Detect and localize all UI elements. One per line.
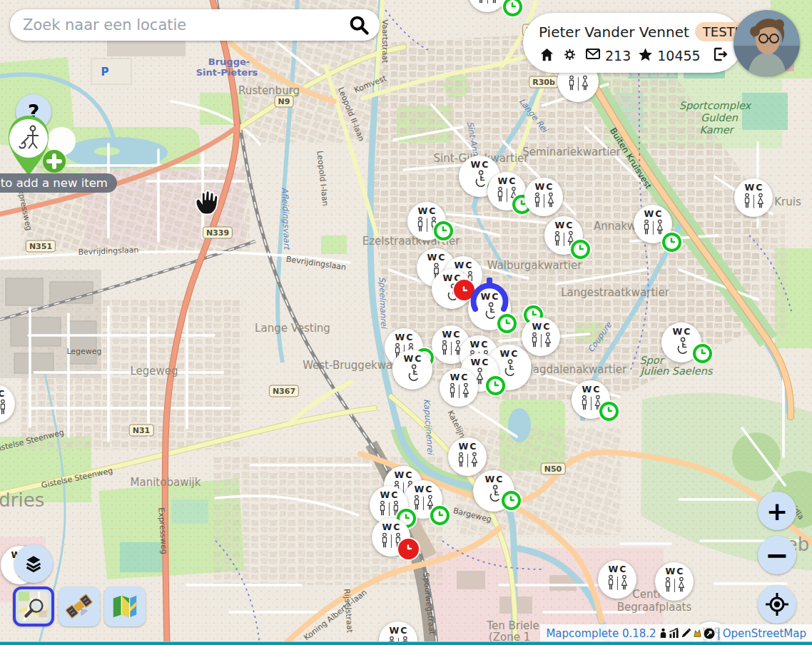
settings-gear-icon[interactable] — [562, 46, 578, 66]
statistics-icon — [669, 628, 680, 639]
toilet-map-pin[interactable]: WC — [468, 0, 507, 12]
layers-icon — [21, 552, 46, 576]
mapcomplete-app: N9N339N351N367N31N376R30bN50Brugge-Sint-… — [0, 0, 812, 645]
osm-map-icon — [19, 591, 49, 621]
user-name[interactable]: Pieter Vander Vennet — [539, 24, 689, 41]
add-item-tooltip: re to add a new item — [0, 173, 117, 193]
wc-label: WC — [457, 441, 478, 452]
wc-label: WC — [469, 339, 489, 350]
user-panel: Pieter Vander Vennet TESTING 213 10455 — [523, 13, 743, 73]
wc-label: WC — [449, 372, 470, 382]
layers-button[interactable] — [14, 544, 53, 583]
wc-label: WC — [497, 176, 517, 186]
background-layer-chooser — [13, 586, 146, 626]
zoom-out-label: − — [765, 539, 789, 572]
contributor-icon — [659, 628, 668, 639]
wc-label: WC — [671, 326, 692, 337]
toilet-map-pin[interactable]: WC — [448, 437, 487, 476]
satellite-icon — [64, 591, 94, 621]
message-count: 213 — [605, 48, 631, 64]
openstreetmap-link[interactable]: OpenStreetMap — [723, 627, 806, 640]
geolocate-crosshair-icon — [764, 591, 790, 617]
donate-icon — [692, 628, 703, 639]
messages-envelope-icon[interactable] — [584, 46, 602, 66]
opening-hours-open-badge — [502, 491, 521, 510]
search-input[interactable] — [10, 16, 348, 34]
attribution-icons[interactable] — [659, 628, 715, 639]
wc-label: WC — [426, 252, 447, 263]
wc-label: WC — [413, 484, 434, 494]
selected-pin-arc — [468, 278, 511, 318]
changeset-star-icon[interactable] — [637, 46, 654, 66]
wc-label: WC — [470, 159, 490, 170]
opening-hours-closed-badge — [398, 539, 419, 559]
attribution-bar: Mapcomplete 0.18.2 | OpenStreetMap — [540, 624, 812, 642]
wc-label: WC — [554, 220, 574, 230]
home-icon[interactable] — [539, 46, 555, 66]
wc-label: WC — [607, 564, 628, 574]
wc-label: WC — [388, 625, 409, 636]
opening-hours-open-badge — [486, 376, 505, 395]
changeset-count: 10455 — [657, 48, 700, 64]
location-search-bar[interactable] — [10, 9, 380, 41]
toilet-map-pin[interactable]: WC — [598, 560, 636, 599]
toilet-map-pin[interactable]: WC — [524, 178, 563, 216]
logout-icon[interactable] — [711, 46, 729, 66]
wc-label: WC — [534, 181, 554, 192]
zoom-in-label: + — [766, 497, 788, 526]
zoom-out-button[interactable]: − — [758, 536, 796, 574]
toilet-map-pin[interactable]: WC — [392, 350, 432, 390]
wc-label: WC — [470, 357, 490, 367]
opening-hours-open-badge — [662, 233, 681, 252]
attribution-separator: | — [717, 627, 721, 640]
background-option-map[interactable] — [104, 586, 146, 626]
wc-label: WC — [664, 566, 685, 577]
wc-label: WC — [381, 522, 402, 532]
toilet-map-pin[interactable]: WC — [522, 318, 560, 356]
pencil-icon — [681, 628, 691, 639]
wc-label: WC — [643, 208, 664, 219]
wc-label: WC — [744, 182, 764, 193]
wc-label: WC — [484, 474, 504, 484]
wc-label: WC — [499, 348, 519, 359]
toilet-map-pin[interactable]: WC — [0, 385, 15, 423]
wc-label: WC — [531, 321, 552, 332]
wc-label: WC — [417, 205, 437, 216]
toilet-map-pin[interactable]: WC — [440, 368, 478, 407]
toilet-map-pin[interactable]: WC — [655, 562, 694, 601]
opening-hours-open-badge — [599, 402, 619, 421]
wc-label: WC — [402, 353, 423, 364]
opening-hours-open-badge — [430, 506, 450, 525]
opening-hours-open-badge — [503, 0, 522, 16]
zoom-in-button[interactable]: + — [758, 492, 796, 530]
wc-label: WC — [581, 384, 602, 395]
wc-label: WC — [441, 329, 462, 340]
search-icon[interactable] — [348, 14, 370, 36]
background-option-osm[interactable] — [13, 586, 54, 626]
hand-cursor-icon — [193, 188, 221, 220]
opening-hours-open-badge — [693, 344, 712, 363]
background-option-satellite[interactable] — [59, 586, 100, 626]
map-markers-layer: WCWCWCWCWCWCWCWCWCWCWCWCWCWCWCWCWCWCWCWC… — [0, 0, 812, 645]
mastodon-circle-icon — [704, 628, 715, 639]
opening-hours-open-badge — [571, 240, 590, 259]
geolocate-button[interactable] — [758, 585, 796, 624]
user-avatar[interactable] — [734, 10, 800, 76]
toilet-map-pin[interactable]: WC — [734, 178, 773, 217]
wc-label: WC — [394, 332, 415, 342]
mapcomplete-version-link[interactable]: Mapcomplete 0.18.2 — [546, 627, 656, 640]
folded-map-icon — [110, 591, 140, 621]
bottom-accent-bar — [0, 641, 812, 645]
wc-label: WC — [379, 489, 400, 500]
opening-hours-open-badge — [434, 221, 453, 240]
wc-label: WC — [393, 469, 414, 480]
wc-label: WC — [0, 388, 6, 399]
